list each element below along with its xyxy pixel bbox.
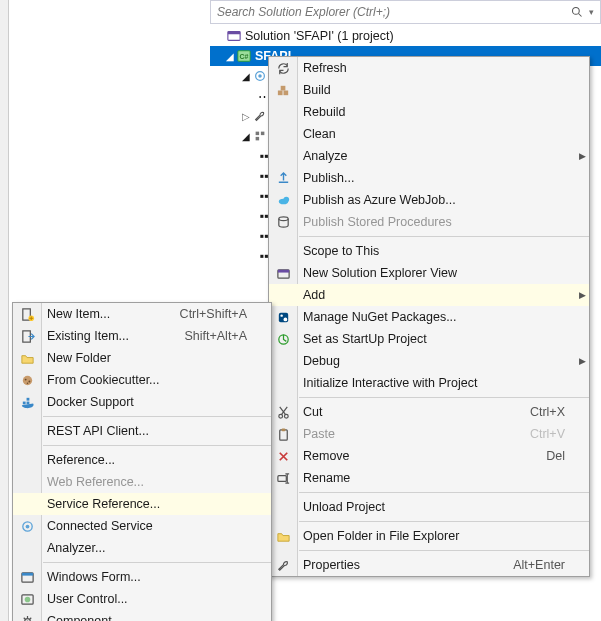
tree-solution-node[interactable]: Solution 'SFAPI' (1 project) [210,26,601,46]
menu-item-label: Rebuild [297,105,575,119]
search-icon[interactable] [569,4,589,20]
svg-rect-11 [277,90,282,95]
menu-item-analyzer[interactable]: Analyzer... [13,537,271,559]
menu-item-shortcut: Shift+Alt+A [184,329,257,343]
menu-separator [299,492,589,493]
menu-separator [43,416,271,417]
menu-item-label: Cut [297,405,530,419]
menu-item-label: New Item... [41,307,180,321]
tree-solution-label: Solution 'SFAPI' (1 project) [245,29,394,43]
menu-item-build[interactable]: Build [269,79,589,101]
svg-point-34 [26,382,28,384]
menu-item-publish-as-azure-webjob[interactable]: Publish as Azure WebJob... [269,189,589,211]
menu-item-label: Windows Form... [41,570,257,584]
menu-item-add[interactable]: Add▶ [269,284,589,306]
svg-point-20 [280,314,282,316]
menu-item-refresh[interactable]: Refresh [269,57,589,79]
connsvc-icon [13,519,41,534]
search-input[interactable] [211,5,569,19]
remove-icon [269,449,297,464]
docker-icon [13,395,41,410]
svg-rect-27 [277,475,285,481]
menu-item-existing-item[interactable]: Existing Item...Shift+Alt+A [13,325,271,347]
menu-separator [43,562,271,563]
svg-point-0 [573,8,580,15]
rename-icon [269,471,297,486]
menu-item-label: From Cookiecutter... [41,373,257,387]
menu-item-new-folder[interactable]: New Folder [13,347,271,369]
solution-icon [226,28,242,44]
menu-separator [299,397,589,398]
menu-item-label: Set as StartUp Project [297,332,575,346]
menu-item-label: Remove [297,449,546,463]
menu-item-label: Open Folder in File Explorer [297,529,575,543]
newfolder-icon [13,351,41,366]
refresh-icon [269,61,297,76]
submenu-arrow-icon: ▶ [575,356,589,366]
menu-item-shortcut: Ctrl+V [530,427,575,441]
search-dropdown-icon[interactable]: ▾ [589,7,600,17]
menu-item-manage-nuget-packages[interactable]: Manage NuGet Packages... [269,306,589,328]
menu-item-analyze[interactable]: Analyze▶ [269,145,589,167]
menu-item-new-item[interactable]: New Item...Ctrl+Shift+A [13,303,271,325]
wrench-icon [252,108,268,124]
menu-item-debug[interactable]: Debug▶ [269,350,589,372]
svg-rect-9 [261,132,265,136]
menu-item-user-control[interactable]: User Control... [13,588,271,610]
menu-item-rebuild[interactable]: Rebuild [269,101,589,123]
connected-services-icon [252,68,268,84]
svg-point-21 [283,317,287,321]
menu-item-label: Initialize Interactive with Project [297,376,575,390]
svg-rect-26 [281,428,285,431]
svg-point-15 [283,196,289,202]
menu-separator [43,445,271,446]
menu-item-publish[interactable]: Publish... [269,167,589,189]
caret-open-icon: ◢ [240,131,252,142]
menu-item-service-reference[interactable]: Service Reference... [13,493,271,515]
menu-item-label: Add [297,288,575,302]
menu-item-label: Refresh [297,61,575,75]
menu-item-unload-project[interactable]: Unload Project [269,496,589,518]
component-icon [13,614,41,622]
menu-item-label: Properties [297,558,513,572]
menu-item-component[interactable]: Component... [13,610,271,621]
menu-item-set-as-startup-project[interactable]: Set as StartUp Project [269,328,589,350]
caret-open-icon: ◢ [224,51,236,62]
menu-item-clean[interactable]: Clean [269,123,589,145]
menu-item-new-solution-explorer-view[interactable]: New Solution Explorer View [269,262,589,284]
menu-item-label: Analyzer... [41,541,257,555]
menu-item-label: Docker Support [41,395,257,409]
menu-item-label: Rename [297,471,575,485]
cookie-icon [13,373,41,388]
menu-item-label: User Control... [41,592,257,606]
menu-item-rest-api-client[interactable]: REST API Client... [13,420,271,442]
menu-item-cut[interactable]: CutCtrl+X [269,401,589,423]
menu-item-shortcut: Alt+Enter [513,558,575,572]
svg-rect-18 [277,269,288,272]
context-menu-add: New Item...Ctrl+Shift+AExisting Item...S… [12,302,272,621]
menu-item-docker-support[interactable]: Docker Support [13,391,271,413]
menu-item-scope-to-this[interactable]: Scope to This [269,240,589,262]
menu-item-from-cookiecutter[interactable]: From Cookiecutter... [13,369,271,391]
caret-closed-icon: ▷ [240,111,252,122]
startup-icon [269,332,297,347]
userctrl-icon [13,592,41,607]
svg-rect-35 [22,401,25,404]
menu-item-properties[interactable]: PropertiesAlt+Enter [269,554,589,576]
menu-item-rename[interactable]: Rename [269,467,589,489]
menu-item-connected-service[interactable]: Connected Service [13,515,271,537]
references-icon [252,128,268,144]
svg-point-33 [28,380,30,382]
menu-item-windows-form[interactable]: Windows Form... [13,566,271,588]
search-box[interactable]: ▾ [210,0,601,24]
submenu-arrow-icon: ▶ [575,151,589,161]
menu-item-label: Reference... [41,453,257,467]
menu-item-reference[interactable]: Reference... [13,449,271,471]
caret-open-icon: ◢ [240,71,252,82]
menu-item-open-folder-in-file-explorer[interactable]: Open Folder in File Explorer [269,525,589,547]
svg-rect-25 [279,429,287,439]
menu-item-initialize-interactive-with-project[interactable]: Initialize Interactive with Project [269,372,589,394]
menu-item-remove[interactable]: RemoveDel [269,445,589,467]
menu-item-label: Publish as Azure WebJob... [297,193,575,207]
menu-item-label: Scope to This [297,244,575,258]
